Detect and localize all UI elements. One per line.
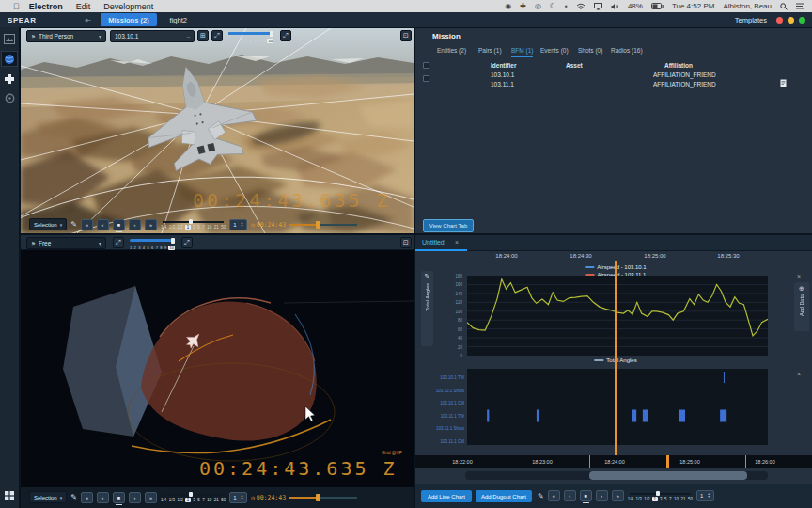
close-line-chart-icon[interactable]: × bbox=[797, 273, 801, 279]
close-window-icon[interactable] bbox=[776, 17, 783, 24]
mission-tab-entities[interactable]: Entities (2) bbox=[437, 47, 466, 54]
speed-1[interactable]: 1 bbox=[185, 498, 191, 502]
step-forward-button[interactable]: › bbox=[129, 492, 141, 503]
wifi-icon[interactable] bbox=[576, 3, 586, 10]
window-controls[interactable] bbox=[776, 17, 805, 24]
globe-3d-icon[interactable] bbox=[2, 52, 17, 66]
viewport-3d-panel[interactable]: 00:24:43.635 Z ⚑Third Person▾103.10.1–⊞⤢… bbox=[21, 28, 414, 233]
speed-7[interactable]: 7 bbox=[202, 498, 205, 502]
speed-1/2[interactable]: 1/2 bbox=[177, 498, 182, 502]
speed-1/4[interactable]: 1/4 bbox=[161, 498, 166, 502]
speed-1/3[interactable]: 1/3 bbox=[169, 498, 175, 502]
speed-slider-handle[interactable] bbox=[189, 492, 193, 497]
control-center-icon[interactable] bbox=[796, 3, 804, 9]
lod-level-3[interactable]: 3 bbox=[138, 246, 140, 250]
lod-level-9[interactable]: 9 bbox=[164, 246, 166, 250]
mission-tab-events[interactable]: Events (0) bbox=[540, 47, 569, 54]
step-back-button[interactable]: ‹ bbox=[97, 219, 109, 230]
lod-level-7[interactable]: 7 bbox=[156, 246, 158, 250]
lod-level-8[interactable]: 8 bbox=[258, 39, 260, 43]
stepper-down-icon[interactable]: ▼ bbox=[241, 225, 243, 228]
skip-end-button[interactable]: » bbox=[145, 492, 157, 503]
view-chart-tab-button[interactable]: View Chart Tab bbox=[423, 219, 474, 232]
search-icon[interactable] bbox=[780, 3, 788, 10]
step-back-button[interactable]: ‹ bbox=[97, 492, 109, 503]
lock-icon[interactable]: ▪ bbox=[565, 2, 568, 10]
lod-level-2[interactable]: 2 bbox=[233, 39, 235, 43]
maximize-panel-icon[interactable]: ⊡ bbox=[400, 237, 412, 248]
speed-3[interactable]: 3 bbox=[660, 497, 663, 501]
speed-10[interactable]: 10 bbox=[674, 497, 679, 501]
speed-3[interactable]: 3 bbox=[193, 498, 195, 502]
speed-10[interactable]: 10 bbox=[207, 498, 211, 502]
lod-level-1[interactable]: 1 bbox=[130, 246, 132, 250]
lod-level-8[interactable]: 8 bbox=[160, 246, 162, 250]
edit-pencil-icon[interactable]: ✎ bbox=[538, 492, 544, 500]
menu-electron[interactable]: Electron bbox=[29, 2, 63, 11]
close-dugout-chart-icon[interactable]: × bbox=[797, 371, 801, 377]
speed-7[interactable]: 7 bbox=[202, 225, 205, 230]
speed-1/2[interactable]: 1/2 bbox=[177, 225, 182, 230]
lod-level-2[interactable]: 2 bbox=[134, 246, 136, 250]
lod-slider[interactable]: 12345678910 bbox=[228, 31, 273, 44]
lod-level-10[interactable]: 10 bbox=[168, 246, 174, 250]
add-dugout-chart-button[interactable]: Add Dugout Chart bbox=[476, 490, 532, 502]
edit-pencil-icon[interactable]: ✎ bbox=[70, 493, 77, 501]
step-stepper[interactable]: 1▲▼ bbox=[229, 492, 247, 503]
timeline-slider[interactable] bbox=[289, 494, 357, 501]
speed-5[interactable]: 5 bbox=[197, 498, 200, 502]
add-data-tab[interactable]: ⊕Add Data bbox=[794, 282, 809, 331]
line-chart-plot[interactable] bbox=[467, 276, 768, 356]
templates-button[interactable]: Templates bbox=[735, 16, 767, 24]
fit-view-icon[interactable]: ⤢ bbox=[113, 237, 124, 248]
speed-5[interactable]: 5 bbox=[664, 497, 667, 501]
skip-start-button[interactable]: « bbox=[81, 492, 93, 503]
y-axis-tab[interactable]: ✎Total Angles bbox=[421, 271, 433, 346]
chart-tab-close-icon[interactable]: × bbox=[455, 239, 459, 246]
skip-start-button[interactable]: « bbox=[81, 219, 93, 230]
dugout-chart-plot[interactable] bbox=[467, 369, 768, 445]
lod-level-10[interactable]: 10 bbox=[267, 39, 273, 43]
lod-level-5[interactable]: 5 bbox=[245, 39, 247, 43]
speed-21[interactable]: 21 bbox=[681, 497, 686, 501]
ship-icon[interactable]: ✚ bbox=[520, 2, 526, 10]
skip-start-button[interactable]: « bbox=[548, 490, 560, 501]
speed-1[interactable]: 1 bbox=[652, 497, 658, 501]
ring-icon[interactable] bbox=[2, 91, 17, 105]
chart-tab-untitled[interactable]: Untitled bbox=[422, 239, 445, 246]
ruler-playhead-tick[interactable] bbox=[666, 455, 669, 468]
mission-tab-bfm[interactable]: BFM (1) bbox=[511, 47, 533, 54]
airplay-icon[interactable] bbox=[594, 3, 602, 10]
speed-10[interactable]: 10 bbox=[207, 225, 211, 230]
bfm-3d-panel[interactable]: Grid @IIF 00:24:43.635 Z ⚑Free▾⤢12345678… bbox=[21, 235, 414, 508]
tab-fight2[interactable]: fight2 bbox=[163, 13, 195, 26]
selection-dropdown[interactable]: Selection▾ bbox=[29, 491, 67, 503]
stepper-down-icon[interactable]: ▼ bbox=[241, 498, 243, 500]
step-stepper[interactable]: 1▲▼ bbox=[696, 490, 714, 501]
skip-end-button[interactable]: » bbox=[145, 219, 157, 230]
speed-3[interactable]: 3 bbox=[193, 225, 195, 230]
speed-5[interactable]: 5 bbox=[197, 225, 200, 230]
stepper-down-icon[interactable]: ▼ bbox=[707, 496, 710, 499]
mission-tab-radios[interactable]: Radios (16) bbox=[611, 47, 643, 54]
speed-7[interactable]: 7 bbox=[669, 497, 672, 501]
mission-tab-shots[interactable]: Shots (0) bbox=[578, 47, 602, 54]
volume-icon[interactable] bbox=[611, 3, 619, 10]
stop-button[interactable]: ■ bbox=[113, 492, 125, 503]
lod-level-6[interactable]: 6 bbox=[250, 39, 252, 43]
entity-dropdown[interactable]: 103.10.1– bbox=[110, 30, 195, 42]
lod-level-7[interactable]: 7 bbox=[255, 39, 257, 43]
lod-slider-handle[interactable] bbox=[171, 238, 175, 244]
speed-1/3[interactable]: 1/3 bbox=[169, 225, 175, 230]
stop-button[interactable]: ■ bbox=[113, 219, 125, 230]
add-line-chart-button[interactable]: Add Line Chart bbox=[421, 490, 472, 502]
row-checkbox[interactable] bbox=[423, 75, 429, 82]
camera-mode-dropdown[interactable]: ⚑Third Person▾ bbox=[26, 30, 106, 42]
edit-axis-pencil-icon[interactable]: ✎ bbox=[425, 273, 430, 280]
menubar-user[interactable]: Albiston, Beau bbox=[723, 2, 772, 10]
dp-logo-icon[interactable] bbox=[2, 71, 17, 86]
tab-missions[interactable]: Missions (2) bbox=[101, 13, 156, 26]
expand-lod-icon[interactable]: ⤢ bbox=[181, 237, 193, 248]
speed-50[interactable]: 50 bbox=[221, 498, 226, 502]
row-chart-icon[interactable] bbox=[780, 74, 787, 91]
